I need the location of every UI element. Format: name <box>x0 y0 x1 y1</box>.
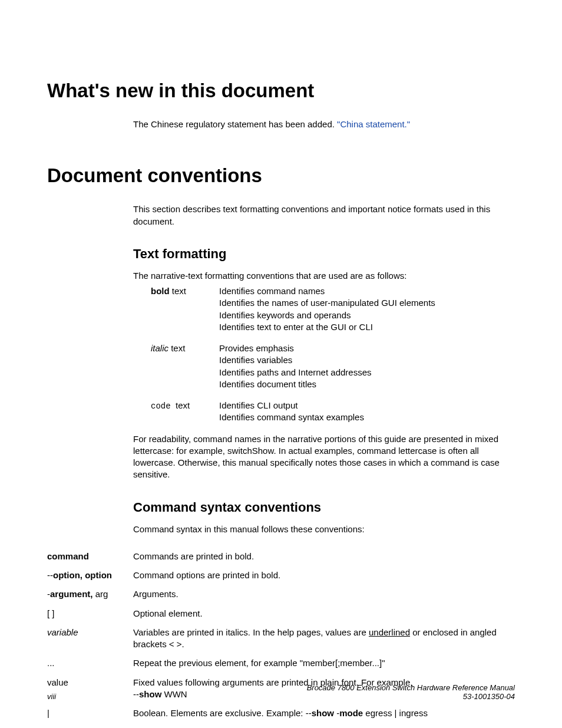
table-row: --option, option Command options are pri… <box>47 569 515 588</box>
syn-desc-brackets: Optional element. <box>133 608 515 627</box>
whats-new-text: The Chinese regulatory statement has bee… <box>133 119 337 129</box>
text-formatting-table: bold text Identifies command names Ident… <box>151 285 435 433</box>
syn-label-brackets: [ ] <box>47 608 133 627</box>
code-label-rest: text <box>176 400 190 410</box>
heading-command-syntax: Command syntax conventions <box>133 500 515 515</box>
label-prefix: -- <box>47 570 53 580</box>
bold-label: bold <box>151 286 170 296</box>
tail: egress | ingress <box>363 708 428 718</box>
syn-label-pipe: | <box>47 707 133 726</box>
heading-text-formatting: Text formatting <box>133 246 515 262</box>
tf-line: Identifies command names <box>219 286 325 296</box>
text-formatting-after-paragraph: For readability, command names in the na… <box>133 433 515 481</box>
tf-desc-italic: Provides emphasis Identifies variables I… <box>219 342 435 400</box>
label-tail: arg <box>95 589 108 599</box>
tf-line: Identifies CLI output <box>219 400 297 410</box>
label: option, option <box>53 570 112 580</box>
command-syntax-intro: Command syntax in this manual follows th… <box>133 523 515 535</box>
label: argument, <box>50 589 95 599</box>
text-formatting-intro: The narrative-text formatting convention… <box>133 270 515 282</box>
doc-conventions-body: This section describes text formatting c… <box>133 203 515 535</box>
code-label: code <box>151 401 176 411</box>
b1: show <box>312 708 337 718</box>
heading-whats-new: What's new in this document <box>47 80 515 102</box>
whats-new-paragraph: The Chinese regulatory statement has bee… <box>133 118 515 130</box>
syn-label-variable: variable <box>47 627 133 658</box>
footer-docnum: 53-1001350-04 <box>307 692 515 701</box>
tf-line: Identifies keywords and operands <box>219 310 351 320</box>
desc-pre: Boolean. Elements are exclusive. Example… <box>133 708 306 718</box>
bold-label-rest: text <box>170 286 186 296</box>
table-row: -argument, arg Arguments. <box>47 588 515 607</box>
china-statement-link[interactable]: "China statement." <box>337 119 410 129</box>
tf-line: Identifies paths and Internet addresses <box>219 367 372 377</box>
label: variable <box>47 627 78 637</box>
tf-label-code: code text <box>151 400 219 433</box>
document-page: What's new in this document The Chinese … <box>0 0 562 728</box>
syn-desc-command: Commands are printed in bold. <box>133 551 515 569</box>
syn-desc-ellipsis: Repeat the previous element, for example… <box>133 657 515 676</box>
table-row: command Commands are printed in bold. <box>47 551 515 569</box>
italic-label-rest: text <box>168 343 185 353</box>
whats-new-body: The Chinese regulatory statement has bee… <box>133 118 515 130</box>
table-row: code text Identifies CLI output Identifi… <box>151 400 435 433</box>
tf-line: Identifies command syntax examples <box>219 412 364 422</box>
tf-line: Identifies text to enter at the GUI or C… <box>219 322 373 332</box>
syn-label-ellipsis: ... <box>47 657 133 676</box>
p1: -- <box>306 708 312 718</box>
desc-pre: Variables are printed in italics. In the… <box>133 627 369 637</box>
tf-desc-code: Identifies CLI output Identifies command… <box>219 400 435 433</box>
footer-title: Brocade 7800 Extension Switch Hardware R… <box>307 683 515 692</box>
syn-label-command: command <box>47 551 133 569</box>
syn-label-argument: -argument, arg <box>47 588 133 607</box>
doc-conventions-paragraph: This section describes text formatting c… <box>133 203 515 228</box>
tf-line: Identifies document titles <box>219 379 316 389</box>
table-row: ... Repeat the previous element, for exa… <box>47 657 515 676</box>
table-row: italic text Provides emphasis Identifies… <box>151 342 435 400</box>
tf-label-italic: italic text <box>151 342 219 400</box>
table-row: [ ] Optional element. <box>47 608 515 627</box>
syn-desc-pipe: Boolean. Elements are exclusive. Example… <box>133 707 515 726</box>
italic-label: italic <box>151 343 168 353</box>
label: command <box>47 551 89 561</box>
table-row: variable Variables are printed in italic… <box>47 627 515 658</box>
b2: mode <box>339 708 363 718</box>
table-row: | Boolean. Elements are exclusive. Examp… <box>47 707 515 726</box>
tf-desc-bold: Identifies command names Identifies the … <box>219 285 435 342</box>
tf-line: Identifies the names of user-manipulated… <box>219 298 435 308</box>
table-row: bold text Identifies command names Ident… <box>151 285 435 342</box>
syn-desc-argument: Arguments. <box>133 588 515 607</box>
footer-page-number: viii <box>47 692 56 701</box>
tf-line: Provides emphasis <box>219 343 294 353</box>
syn-desc-option: Command options are printed in bold. <box>133 569 515 588</box>
syn-label-option: --option, option <box>47 569 133 588</box>
tf-line: Identifies variables <box>219 355 292 365</box>
heading-document-conventions: Document conventions <box>47 164 515 187</box>
desc-underlined: underlined <box>369 627 410 637</box>
page-footer: viii Brocade 7800 Extension Switch Hardw… <box>47 683 515 701</box>
footer-right: Brocade 7800 Extension Switch Hardware R… <box>307 683 515 701</box>
tf-label-bold: bold text <box>151 285 219 342</box>
syn-desc-variable: Variables are printed in italics. In the… <box>133 627 515 658</box>
